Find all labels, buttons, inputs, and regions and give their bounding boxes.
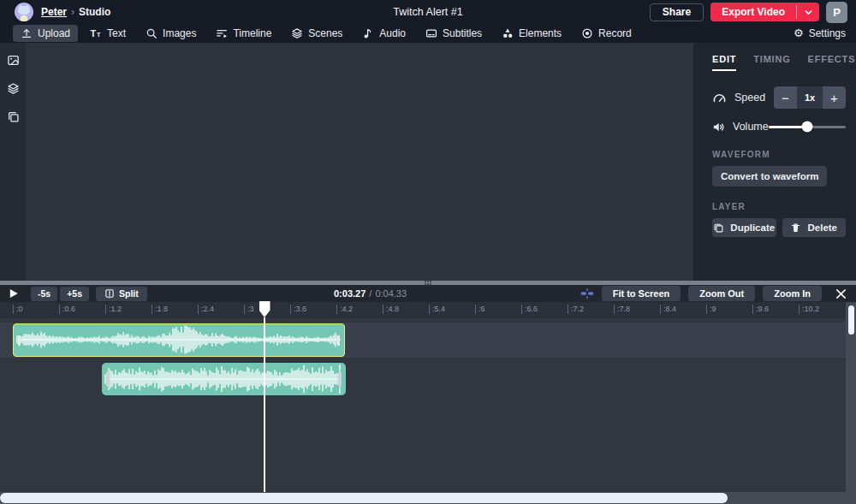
svg-text:T: T xyxy=(97,31,101,39)
ruler-tick: :4.2 xyxy=(336,305,353,314)
ruler-tick: :6.6 xyxy=(521,305,538,314)
trim-handle-left[interactable] xyxy=(106,371,110,388)
breadcrumb-user-link[interactable]: Peter xyxy=(41,6,67,18)
rail-button-copies[interactable] xyxy=(7,110,20,123)
share-button[interactable]: Share xyxy=(650,3,704,21)
volume-slider[interactable] xyxy=(769,121,846,133)
forward-5s-button[interactable]: +5s xyxy=(60,287,89,301)
ruler-tick: :2.4 xyxy=(198,305,214,314)
tab-timing[interactable]: TIMING xyxy=(753,54,790,71)
convert-to-waveform-button[interactable]: Convert to waveform xyxy=(712,166,827,187)
volume-label-group: Volume xyxy=(712,121,769,133)
current-time: 0:03.27 xyxy=(334,288,366,299)
timeline-view-controls: Fit to Screen Zoom Out Zoom In xyxy=(580,286,847,301)
layer-heading: LAYER xyxy=(712,202,846,211)
trim-handle-left[interactable] xyxy=(18,335,21,346)
trim-handle-right[interactable] xyxy=(337,335,340,346)
split-button[interactable]: Split xyxy=(96,287,147,301)
volume-row: Volume xyxy=(712,119,846,134)
search-icon xyxy=(146,27,158,39)
ruler-tick: :10.2 xyxy=(799,305,819,314)
zoom-out-button[interactable]: Zoom Out xyxy=(688,286,755,301)
export-video-button[interactable]: Export Video xyxy=(710,3,819,21)
rail-button-image[interactable] xyxy=(7,54,20,67)
toolbar-item-record[interactable]: Record xyxy=(574,25,639,42)
vertical-scrollbar-thumb[interactable] xyxy=(848,305,854,335)
left-rail xyxy=(0,43,26,281)
play-button[interactable] xyxy=(8,288,20,299)
toolbar-item-label: Elements xyxy=(519,27,562,39)
ruler-tick: :9.6 xyxy=(752,305,769,314)
toolbar-item-subtitles[interactable]: Subtitles xyxy=(418,25,490,42)
preview-canvas[interactable] xyxy=(26,43,693,281)
trash-icon xyxy=(790,222,801,234)
delete-button[interactable]: Delete xyxy=(782,218,847,237)
zoom-in-button[interactable]: Zoom In xyxy=(763,286,822,301)
toolbar-item-upload[interactable]: Upload xyxy=(13,25,78,42)
export-menu-button[interactable] xyxy=(797,3,819,21)
ruler-tick: :0 xyxy=(13,305,23,314)
volume-thumb[interactable] xyxy=(802,122,813,133)
timecode-display: 0:03.27 / 0:04.33 xyxy=(334,285,407,302)
total-duration: 0:04.33 xyxy=(375,288,407,299)
image-icon xyxy=(7,54,20,67)
breadcrumb-page: Studio xyxy=(79,6,110,18)
export-video-label: Export Video xyxy=(710,3,796,21)
rail-button-layers[interactable] xyxy=(7,82,20,95)
speed-label-group: Speed xyxy=(712,91,765,105)
toolbar-item-label: Images xyxy=(163,27,196,39)
duplicate-button[interactable]: Duplicate xyxy=(712,218,776,237)
horizontal-scrollbar-thumb[interactable] xyxy=(0,493,728,503)
breadcrumb-separator: › xyxy=(71,6,74,18)
speed-increase-button[interactable]: + xyxy=(823,86,846,109)
tab-effects[interactable]: EFFECTS xyxy=(808,54,856,71)
ruler-tick: :7.2 xyxy=(568,305,584,314)
speed-decrease-button[interactable]: − xyxy=(774,86,797,109)
svg-text:T: T xyxy=(90,28,96,39)
ruler-tick: :4.8 xyxy=(383,305,399,314)
top-header: Peter › Studio Twitch Alert #1 Share Exp… xyxy=(0,0,856,24)
speed-icon xyxy=(712,91,727,105)
toolbar-item-elements[interactable]: Elements xyxy=(494,25,569,42)
toolbar-items: UploadTTTextImagesTimelineScenesAudioSub… xyxy=(13,25,639,42)
ruler-tick: :3.6 xyxy=(290,305,306,314)
toolbar-item-images[interactable]: Images xyxy=(138,25,204,42)
rewind-5s-button[interactable]: -5s xyxy=(31,287,57,301)
toolbar-item-text[interactable]: TTText xyxy=(82,25,134,42)
timeline-icon xyxy=(216,27,228,39)
tab-edit[interactable]: EDIT xyxy=(712,54,736,71)
audio-clip-2[interactable] xyxy=(102,363,346,395)
fit-to-screen-button[interactable]: Fit to Screen xyxy=(602,286,681,301)
toolbar-item-label: Record xyxy=(598,27,632,39)
gear-icon: ⚙ xyxy=(794,27,804,39)
timeline-ruler[interactable]: :0:0.6:1.2:1.8:2.4:3:3.6:4.2:4.8:5.4:6:6… xyxy=(0,302,856,318)
close-timeline-button[interactable] xyxy=(835,288,847,300)
toolbar-item-label: Scenes xyxy=(308,27,342,39)
avatar-art xyxy=(21,15,27,21)
split-label: Split xyxy=(119,288,139,299)
duplicate-icon xyxy=(713,222,724,234)
waveform-graphic xyxy=(102,363,346,395)
profile-badge[interactable]: P xyxy=(826,2,847,23)
breadcrumb: Peter › Studio xyxy=(41,6,110,18)
ruler-tick: :1.8 xyxy=(152,305,168,314)
settings-button[interactable]: ⚙ Settings xyxy=(794,27,846,39)
toolbar-item-timeline[interactable]: Timeline xyxy=(208,25,279,42)
toolbar-item-scenes[interactable]: Scenes xyxy=(283,25,350,42)
speed-row: Speed − 1x + xyxy=(712,86,846,109)
layer-buttons: Duplicate Delete xyxy=(712,218,846,237)
avatar[interactable] xyxy=(15,3,33,21)
ruler-tick: :0.6 xyxy=(59,305,75,314)
toolbar-item-label: Upload xyxy=(38,27,70,39)
upload-icon xyxy=(21,27,33,39)
speed-value: 1x xyxy=(797,86,823,109)
snap-toggle-button[interactable] xyxy=(580,287,594,300)
close-icon xyxy=(835,288,847,300)
trim-handle-right[interactable] xyxy=(338,371,342,388)
header-actions: Share Export Video P xyxy=(650,2,847,23)
audio-clip-1[interactable] xyxy=(13,323,345,357)
timeline-toolbar: -5s +5s Split 0:03.27 / 0:04.33 Fit to S… xyxy=(0,285,856,302)
copies-icon xyxy=(7,110,20,123)
toolbar-item-audio[interactable]: Audio xyxy=(354,25,413,42)
main-toolbar: UploadTTTextImagesTimelineScenesAudioSub… xyxy=(0,24,856,43)
